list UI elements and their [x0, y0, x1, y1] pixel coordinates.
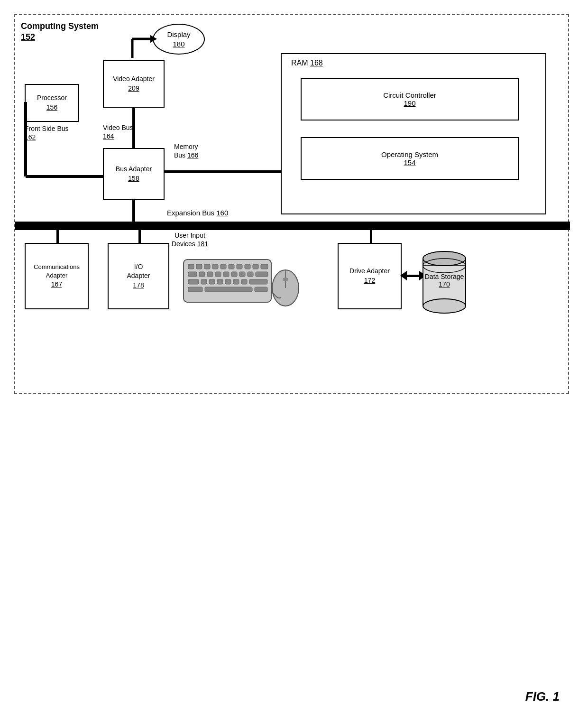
bus-adapter-box: Bus Adapter 158 [103, 148, 165, 200]
front-side-bus-number: 162 [25, 133, 36, 141]
data-storage-label: Data Storage [425, 273, 464, 280]
svg-rect-33 [233, 279, 239, 284]
data-storage-number: 170 [439, 280, 450, 288]
bus-adapter-number: 158 [128, 174, 139, 184]
svg-rect-28 [188, 279, 199, 284]
processor-label: Processor [37, 93, 67, 103]
drive-adapter-box: Drive Adapter 172 [338, 243, 402, 309]
operating-system-box: Operating System 154 [301, 137, 519, 180]
expansion-bus-bar [15, 222, 570, 230]
svg-rect-18 [261, 264, 268, 269]
ram-text: RAM [291, 59, 308, 67]
svg-rect-16 [245, 264, 250, 269]
svg-rect-35 [249, 279, 267, 284]
comm-adapter-label: Communications Adapter [26, 263, 88, 280]
expansion-bus-number: 160 [216, 209, 228, 217]
video-bus-number: 164 [103, 132, 114, 140]
video-adapter-label: Video Adapter [113, 74, 155, 84]
io-adapter-number: 178 [133, 281, 144, 290]
data-storage-box: Data Storage 170 [418, 247, 470, 320]
svg-rect-25 [239, 272, 245, 277]
ram-number: 168 [310, 59, 323, 67]
drive-adapter-label: Drive Adapter [349, 267, 390, 276]
diagram-area: Computing System 152 Display 180 RAM 168… [14, 14, 569, 394]
svg-rect-32 [225, 279, 231, 284]
system-label: Computing System 152 [21, 21, 99, 43]
processor-box: Processor 156 [25, 84, 79, 122]
svg-rect-19 [188, 272, 197, 277]
svg-rect-29 [201, 279, 207, 284]
vline-drive [370, 230, 372, 243]
memory-bus-number: 166 [187, 151, 198, 159]
svg-rect-14 [229, 264, 234, 269]
io-adapter-box: I/OAdapter 178 [108, 243, 169, 309]
svg-rect-13 [220, 264, 226, 269]
svg-rect-10 [196, 264, 202, 269]
svg-rect-11 [204, 264, 210, 269]
video-bus-label: Video Bus 164 [103, 123, 133, 140]
svg-rect-38 [255, 287, 267, 292]
system-title: Computing System [21, 21, 99, 31]
svg-rect-37 [205, 287, 252, 292]
display-number: 180 [173, 39, 184, 49]
svg-rect-23 [223, 272, 229, 277]
svg-rect-15 [237, 264, 242, 269]
keyboard-mouse-svg [181, 245, 304, 312]
svg-point-44 [423, 299, 466, 313]
svg-rect-27 [256, 272, 268, 277]
arrow-to-display [108, 29, 165, 65]
svg-rect-12 [212, 264, 218, 269]
drive-adapter-number: 172 [364, 276, 375, 286]
svg-rect-30 [209, 279, 215, 284]
video-adapter-number: 209 [128, 84, 139, 93]
front-side-bus-label: Front Side Bus 162 [25, 124, 69, 141]
svg-rect-9 [188, 264, 194, 269]
bus-adapter-label: Bus Adapter [116, 165, 152, 174]
display-label: Display [167, 30, 190, 39]
io-adapter-label: I/OAdapter [127, 262, 150, 281]
comm-adapter-number: 167 [51, 280, 62, 289]
input-devices-illustration [176, 243, 309, 314]
svg-rect-26 [248, 272, 253, 277]
svg-rect-24 [231, 272, 237, 277]
video-bus-text: Video Bus [103, 124, 133, 131]
svg-rect-20 [199, 272, 205, 277]
memory-bus-label: MemoryBus 166 [174, 142, 198, 159]
circuit-controller-number: 190 [404, 99, 415, 107]
expansion-bus-text: Expansion Bus [167, 209, 216, 217]
svg-rect-17 [253, 264, 258, 269]
svg-point-41 [283, 278, 288, 281]
processor-number: 156 [46, 103, 57, 112]
circuit-controller-box: Circuit Controller 190 [301, 78, 519, 120]
operating-system-number: 154 [404, 158, 415, 167]
ram-label: RAM 168 [291, 59, 323, 67]
svg-rect-31 [217, 279, 223, 284]
system-number: 152 [21, 32, 35, 42]
operating-system-label: Operating System [381, 150, 438, 158]
expansion-bus-label: Expansion Bus 160 [167, 209, 228, 217]
circuit-controller-label: Circuit Controller [383, 91, 436, 99]
vline-io [138, 230, 141, 243]
svg-rect-36 [188, 287, 202, 292]
svg-rect-22 [215, 272, 221, 277]
svg-rect-34 [241, 279, 247, 284]
comm-adapter-box: Communications Adapter 167 [25, 243, 89, 309]
ram-box: RAM 168 Circuit Controller 190 Operating… [281, 53, 546, 214]
video-adapter-box: Video Adapter 209 [103, 60, 165, 108]
figure-label: FIG. 1 [525, 689, 560, 704]
svg-rect-21 [207, 272, 213, 277]
arrow-left-icon [400, 271, 407, 280]
front-side-bus-text: Front Side Bus [25, 124, 69, 133]
figure-label-text: FIG. 1 [525, 689, 560, 704]
svg-marker-2 [150, 35, 157, 43]
vline-comm [56, 230, 59, 243]
